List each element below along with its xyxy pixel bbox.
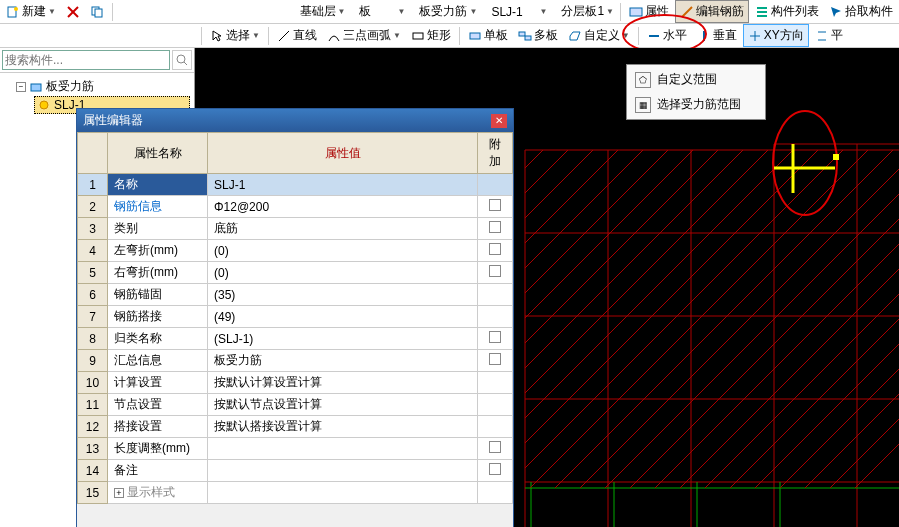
svg-line-48 (525, 150, 693, 318)
checkbox[interactable] (489, 243, 501, 255)
ctx-select-rebar-range[interactable]: ▦ 选择受力筋范围 (629, 92, 763, 117)
copy-button[interactable] (86, 3, 108, 21)
checkbox[interactable] (489, 463, 501, 475)
attach-cell[interactable] (478, 262, 513, 284)
property-name-cell: 计算设置 (108, 372, 208, 394)
horizontal-button[interactable]: 水平 (643, 25, 691, 46)
table-row[interactable]: 9汇总信息板受力筋 (78, 350, 513, 372)
checkbox[interactable] (489, 221, 501, 233)
property-value-cell[interactable]: Φ12@200 (208, 196, 478, 218)
property-value-cell[interactable]: (0) (208, 262, 478, 284)
member-dropdown[interactable]: SLJ-1▼ (489, 4, 549, 20)
property-editor-titlebar[interactable]: 属性编辑器 ✕ (77, 109, 513, 132)
select-button[interactable]: 选择▼ (206, 25, 264, 46)
attach-cell[interactable] (478, 218, 513, 240)
svg-point-25 (40, 101, 48, 109)
attach-cell[interactable] (478, 416, 513, 438)
attach-cell[interactable] (478, 372, 513, 394)
attach-cell[interactable] (478, 328, 513, 350)
ctx-custom-range[interactable]: ⬠ 自定义范围 (629, 67, 763, 92)
multi-slab-button[interactable]: 多板 (514, 25, 562, 46)
rect-button[interactable]: 矩形 (407, 25, 455, 46)
vertical-button[interactable]: 垂直 (693, 25, 741, 46)
table-row[interactable]: 14备注 (78, 460, 513, 482)
table-row[interactable]: 12搭接设置按默认搭接设置计算 (78, 416, 513, 438)
property-name-cell: 钢筋信息 (108, 196, 208, 218)
search-button[interactable] (172, 50, 192, 70)
tree-root-label: 板受力筋 (46, 78, 94, 95)
base-layer-dropdown[interactable]: 基础层▼ (298, 2, 348, 21)
property-value-cell[interactable] (208, 438, 478, 460)
row-number: 14 (78, 460, 108, 482)
checkbox[interactable] (489, 353, 501, 365)
property-value-cell[interactable]: 底筋 (208, 218, 478, 240)
single-slab-button[interactable]: 单板 (464, 25, 512, 46)
property-value-cell[interactable]: 板受力筋 (208, 350, 478, 372)
table-row[interactable]: 1名称SLJ-1 (78, 174, 513, 196)
layer-dropdown[interactable]: 分层板1▼ (559, 2, 616, 21)
separator (268, 27, 269, 45)
checkbox[interactable] (489, 265, 501, 277)
checkbox[interactable] (489, 441, 501, 453)
table-row[interactable]: 13长度调整(mm) (78, 438, 513, 460)
table-row[interactable]: 6钢筋锚固(35) (78, 284, 513, 306)
svg-line-54 (525, 150, 843, 468)
attach-cell[interactable] (478, 306, 513, 328)
table-row[interactable]: 10计算设置按默认计算设置计算 (78, 372, 513, 394)
search-input[interactable] (2, 50, 170, 70)
new-icon (6, 5, 20, 19)
close-button[interactable]: ✕ (491, 114, 507, 128)
edit-rebar-button[interactable]: 编辑钢筋 (675, 0, 749, 23)
property-value-cell[interactable]: 按默认节点设置计算 (208, 394, 478, 416)
member-list-button[interactable]: 构件列表 (751, 1, 823, 22)
table-row[interactable]: 4左弯折(mm)(0) (78, 240, 513, 262)
polygon-icon: ⬠ (635, 72, 651, 88)
attach-cell[interactable] (478, 240, 513, 262)
attach-cell[interactable] (478, 174, 513, 196)
row-number: 6 (78, 284, 108, 306)
table-row[interactable]: 7钢筋搭接(49) (78, 306, 513, 328)
arc-button[interactable]: 三点画弧▼ (323, 25, 405, 46)
table-row[interactable]: 8归类名称(SLJ-1) (78, 328, 513, 350)
parallel-label: 平 (831, 27, 843, 44)
line-button[interactable]: 直线 (273, 25, 321, 46)
property-value-cell[interactable]: 按默认计算设置计算 (208, 372, 478, 394)
table-row[interactable]: 3类别底筋 (78, 218, 513, 240)
tree-root-item[interactable]: − 板受力筋 (14, 77, 190, 96)
property-value-cell[interactable]: (49) (208, 306, 478, 328)
xy-direction-button[interactable]: XY方向 (743, 24, 809, 47)
table-row[interactable]: 5右弯折(mm)(0) (78, 262, 513, 284)
pick-member-button[interactable]: 拾取构件 (825, 1, 897, 22)
new-button[interactable]: 新建 ▼ (2, 1, 60, 22)
table-row[interactable]: 2钢筋信息Φ12@200 (78, 196, 513, 218)
properties-button[interactable]: 属性 (625, 1, 673, 22)
attach-cell[interactable] (478, 350, 513, 372)
parallel-button[interactable]: 平 (811, 25, 847, 46)
subcategory-dropdown[interactable]: 板受力筋▼ (417, 2, 479, 21)
attach-cell[interactable] (478, 196, 513, 218)
table-row[interactable]: 11节点设置按默认节点设置计算 (78, 394, 513, 416)
row-number: 15 (78, 482, 108, 504)
delete-button[interactable] (62, 3, 84, 21)
collapse-icon[interactable]: − (16, 82, 26, 92)
attach-cell[interactable] (478, 482, 513, 504)
attach-cell[interactable] (478, 438, 513, 460)
attach-cell[interactable] (478, 460, 513, 482)
property-value-cell[interactable]: (35) (208, 284, 478, 306)
svg-rect-15 (525, 36, 531, 40)
checkbox[interactable] (489, 199, 501, 211)
property-value-cell[interactable]: (SLJ-1) (208, 328, 478, 350)
checkbox[interactable] (489, 331, 501, 343)
property-value-cell[interactable] (208, 460, 478, 482)
property-value-cell[interactable] (208, 482, 478, 504)
attach-cell[interactable] (478, 284, 513, 306)
property-value-cell[interactable]: SLJ-1 (208, 174, 478, 196)
custom-button[interactable]: 自定义▼ (564, 25, 634, 46)
property-value-cell[interactable]: (0) (208, 240, 478, 262)
main-toolbar: 新建 ▼ 基础层▼ 板▼ 板受力筋▼ SLJ-1▼ 分层板1▼ 属性 编辑钢筋 … (0, 0, 899, 24)
table-row[interactable]: 15+ 显示样式 (78, 482, 513, 504)
attach-cell[interactable] (478, 394, 513, 416)
expand-icon[interactable]: + (114, 488, 124, 498)
property-value-cell[interactable]: 按默认搭接设置计算 (208, 416, 478, 438)
category-dropdown[interactable]: 板▼ (357, 2, 407, 21)
